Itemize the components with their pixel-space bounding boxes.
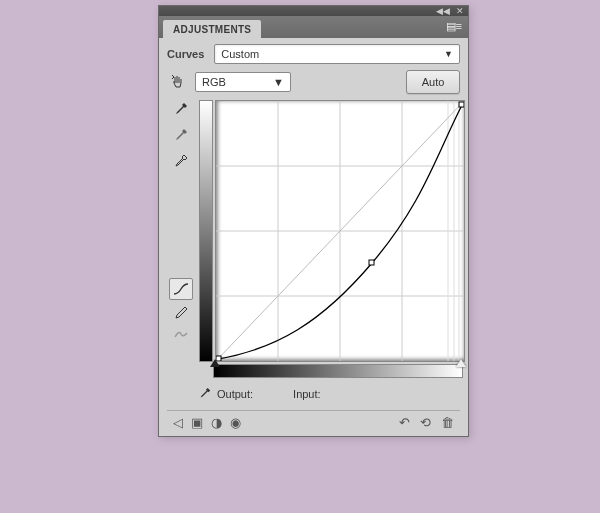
curves-label: Curves: [167, 48, 204, 60]
input-gradient: [213, 364, 463, 378]
panel-tabs: ADJUSTMENTS ▤≡: [159, 16, 468, 38]
auto-button[interactable]: Auto: [406, 70, 460, 94]
preset-row: Curves Custom ▼: [167, 44, 460, 64]
eyedropper-white-icon[interactable]: [170, 152, 192, 172]
clip-icon[interactable]: ◑: [211, 415, 222, 430]
white-point-slider[interactable]: [456, 359, 466, 367]
channel-dropdown[interactable]: RGB ▼: [195, 72, 291, 92]
control-point-mid: [369, 260, 374, 265]
input-label: Input:: [293, 388, 321, 400]
hand-adjust-icon[interactable]: [167, 72, 189, 92]
visibility-icon[interactable]: ◉: [230, 415, 241, 430]
preset-dropdown[interactable]: Custom ▼: [214, 44, 460, 64]
smooth-curve-icon[interactable]: [170, 324, 192, 344]
curve-canvas[interactable]: [215, 100, 465, 362]
chevron-down-icon: ▼: [444, 49, 453, 59]
back-icon[interactable]: ◁: [173, 415, 183, 430]
panel-menu-icon[interactable]: ▤≡: [446, 20, 462, 33]
panel-top-controls: ◀◀ ✕: [159, 6, 468, 16]
expand-view-icon[interactable]: ▣: [191, 415, 203, 430]
previous-state-icon[interactable]: ↶: [399, 415, 410, 430]
channel-value: RGB: [202, 76, 226, 88]
curve-edit-mode-icon[interactable]: [169, 278, 193, 300]
reset-icon[interactable]: ⟲: [420, 415, 431, 430]
adjustments-panel: ◀◀ ✕ ADJUSTMENTS ▤≡ Curves Custom ▼ RGB …: [158, 5, 469, 437]
curve-svg: [216, 101, 464, 361]
trash-icon[interactable]: 🗑: [441, 415, 454, 430]
output-label: Output:: [217, 388, 253, 400]
eyedropper-gray-icon[interactable]: [170, 126, 192, 146]
output-gradient: [199, 100, 213, 362]
preset-value: Custom: [221, 48, 259, 60]
input-output-readout: Output: Input:: [167, 386, 460, 402]
black-point-slider[interactable]: [210, 359, 220, 367]
tab-adjustments[interactable]: ADJUSTMENTS: [163, 20, 261, 38]
curve-chart: [199, 100, 465, 378]
panel-footer: ◁ ▣ ◑ ◉ ↶ ⟲ 🗑: [167, 410, 460, 432]
eyedropper-black-icon[interactable]: [170, 100, 192, 120]
pencil-mode-icon[interactable]: [170, 302, 192, 322]
collapse-icon[interactable]: ◀◀: [436, 7, 450, 16]
control-point-highlight: [459, 102, 464, 107]
sampler-tools: [167, 100, 195, 378]
close-panel-icon[interactable]: ✕: [456, 7, 464, 16]
chevron-down-icon: ▼: [273, 76, 284, 88]
eyedropper-readout-icon: [197, 386, 213, 402]
